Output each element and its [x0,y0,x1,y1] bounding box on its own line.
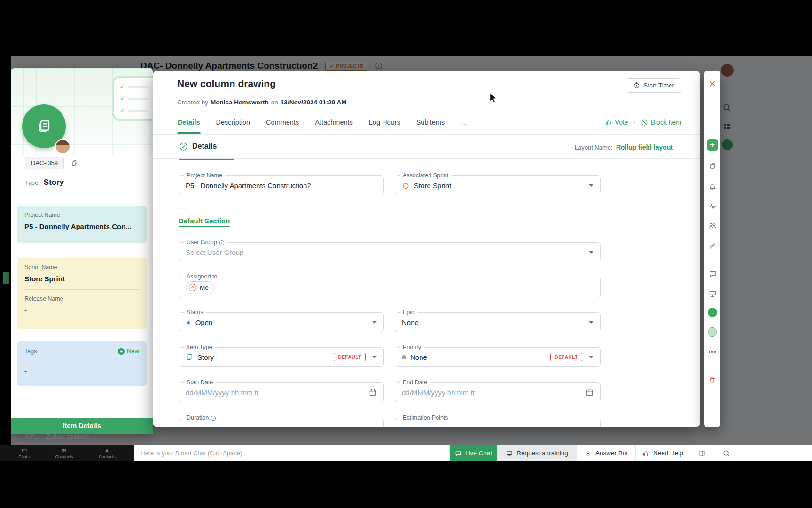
end-date-placeholder: dd/MMM/yyyy hh:mm tt [402,389,475,397]
remove-assignee-icon[interactable]: ✕ [189,284,196,291]
tab-details[interactable]: Details [177,116,201,134]
field-label: Estimation Points [403,414,448,422]
user-group-field[interactable]: User Group Select User Group [179,242,601,262]
comment-icon[interactable] [708,269,717,278]
help-docs-icon[interactable] [692,445,712,461]
priority-field[interactable]: Priority None DEFAULT [395,347,601,367]
need-help-button[interactable]: Need Help [635,445,690,461]
field-label: Status [187,309,203,317]
separator-dot [634,122,635,123]
priority-dot-icon [402,355,406,359]
item-detail-modal: New column drawing Start Timer Created b… [153,71,700,427]
epic-value: None [402,318,419,326]
delete-icon[interactable] [708,375,717,385]
info-icon [219,240,225,246]
estimation-points-field[interactable]: Estimation Points [395,418,601,427]
card-divider [24,289,139,290]
close-icon[interactable]: ✕ [704,79,720,89]
duration-field[interactable]: Duration [179,418,384,427]
calendar-icon[interactable] [586,389,593,397]
project-name-card: Project Name P5 - Donnelly Apartments Co… [17,206,147,243]
vote-thumb-icon [605,119,612,126]
more-options-icon[interactable]: ••• [708,347,717,357]
request-training-button[interactable]: Request a training [497,445,577,461]
user-avatar-1[interactable] [708,308,717,317]
tab-description[interactable]: Description [216,116,251,134]
team-icon[interactable] [708,221,717,230]
chat-icon [21,448,27,454]
item-type-value: Story [197,353,214,361]
tab-attachments[interactable]: Attachments [314,116,353,134]
answer-bot-button[interactable]: Answer Bot [577,445,635,461]
item-side-panel: ✓ ✓ ✓ DAC-I359 Type: Story Project Name … [11,68,153,434]
chevron-down-icon[interactable] [589,251,593,254]
chevron-down-icon[interactable] [372,321,377,324]
status-field[interactable]: Status ★ Open [179,312,384,332]
activity-icon[interactable] [708,201,717,211]
chevron-down-icon[interactable] [372,356,377,358]
vote-button[interactable]: Vote [605,119,628,126]
sprint-value: Store Sprint [414,182,451,190]
start-timer-button[interactable]: Start Timer [626,78,681,93]
tab-comments[interactable]: Comments [265,116,299,134]
checklist-illustration-icon: ✓ ✓ ✓ [112,76,153,121]
bottom-left-nav: Chats Channels Contacts [0,445,134,461]
layout-name-row: Layout Name: Rollup field layout [575,143,673,151]
project-name-field[interactable]: Project Name P5 - Donnelly Apartments Co… [179,175,384,195]
epic-field[interactable]: Epic None [395,312,601,332]
right-toolbar: ✕ + ••• [704,71,720,427]
item-id-row: DAC-I359 [25,157,80,169]
field-label: Assigned to [187,273,217,281]
training-icon [506,450,513,457]
assignee-chip: ✕ Me [186,281,215,294]
layout-name-link[interactable]: Rollup field layout [616,143,673,151]
more-tabs-icon[interactable]: ... [460,116,469,129]
search-icon[interactable] [716,445,737,461]
associated-sprint-field[interactable]: Associated Sprint Store Sprint [395,175,601,195]
user-avatar-2[interactable] [708,327,717,337]
chevron-down-icon[interactable] [589,184,593,187]
contacts-item[interactable]: Contacts [99,448,116,459]
item-details-button[interactable]: Item Details [11,418,153,434]
channels-item[interactable]: Channels [55,448,73,459]
default-section-heading[interactable]: Default Section [179,217,230,227]
chevron-down-icon[interactable] [589,321,593,324]
chats-item[interactable]: Chats [18,448,30,459]
copy-id-button[interactable] [68,157,80,169]
duplicate-icon[interactable] [708,161,717,170]
edit-icon[interactable] [708,241,717,250]
status-star-icon: ★ [186,319,191,326]
tab-subitems[interactable]: Subitems [416,116,445,134]
section-check-icon[interactable] [179,142,188,151]
block-item-button[interactable]: Block Item [641,119,681,126]
add-button[interactable]: + [707,139,718,151]
whiteboard-icon[interactable] [708,289,717,298]
calendar-icon[interactable] [369,389,377,397]
sprint-label: Sprint Name [24,264,139,270]
start-date-field[interactable]: Start Date dd/MMM/yyyy hh:mm tt [179,382,384,402]
item-id-badge: DAC-I359 [25,157,64,169]
default-badge: DEFAULT [334,353,366,361]
block-icon [641,119,648,126]
field-label: End Date [403,379,427,387]
field-label: Associated Sprint [403,172,448,180]
release-value: - [24,306,139,314]
collapsed-panel-tab[interactable] [3,272,9,284]
header-actions: Vote Block Item [605,119,681,126]
add-tag-button[interactable]: + New [118,348,139,355]
created-line: Created by Monica Hemsworth on 13/Nov/20… [177,99,346,106]
item-type-field[interactable]: Item Type Story DEFAULT [179,347,384,367]
notification-bell-icon[interactable] [708,182,717,191]
sprint-icon [402,182,410,190]
smart-chat-input[interactable]: Here is your Smart Chat (Ctrl+Space) [134,445,450,461]
screen: DAC- Donnelly Apartments Construction2 P… [0,0,812,508]
mouse-cursor [489,92,499,103]
end-date-field[interactable]: End Date dd/MMM/yyyy hh:mm tt [395,382,601,402]
chevron-down-icon[interactable] [589,356,593,358]
live-chat-button[interactable]: Live Chat [450,445,497,461]
assigned-to-field[interactable]: Assigned to ✕ Me [179,277,601,298]
tab-log-hours[interactable]: Log Hours [368,116,401,134]
details-form: Project Name P5 - Donnelly Apartments Co… [153,159,700,427]
field-label: Item Type [187,343,212,351]
default-badge: DEFAULT [550,353,582,361]
